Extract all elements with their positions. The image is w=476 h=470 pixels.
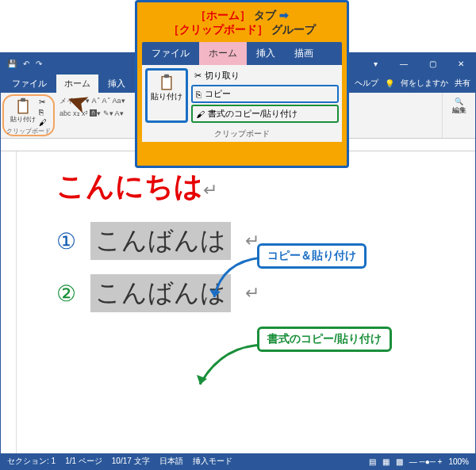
quick-access-toolbar: 💾 ↶ ↷ bbox=[1, 59, 48, 68]
badge-1: ① bbox=[56, 228, 76, 254]
maximize-button[interactable]: ▢ bbox=[418, 59, 447, 68]
svg-rect-5 bbox=[164, 75, 169, 78]
tab-help[interactable]: ヘルプ bbox=[355, 78, 378, 89]
tell-me[interactable]: 何をしますか bbox=[401, 78, 448, 89]
window-controls: ▾ — ▢ ✕ bbox=[361, 59, 475, 68]
paste-label: 貼り付け bbox=[10, 115, 36, 124]
zoom-slider[interactable]: — ─●─ + bbox=[409, 457, 443, 466]
bubble-copy-paste: コピー＆貼り付け bbox=[257, 243, 367, 269]
view-print-icon[interactable]: ▦ bbox=[382, 457, 390, 466]
annotation-callout: ［ホーム］ タブ ➡ ［クリップボード］ グループ ファイル ホーム 挿入 描画… bbox=[135, 0, 349, 168]
paste-button[interactable]: 貼り付け bbox=[10, 97, 36, 124]
status-chars[interactable]: 10/17 文字 bbox=[112, 456, 150, 467]
tab-file[interactable]: ファイル bbox=[4, 75, 55, 93]
minimize-button[interactable]: — bbox=[390, 59, 418, 68]
clipboard-group-highlighted: 貼り付け ✂ ⎘ 🖌 クリップボード bbox=[2, 94, 55, 136]
status-lang[interactable]: 日本語 bbox=[159, 456, 183, 467]
view-web-icon[interactable]: ▩ bbox=[396, 457, 403, 466]
sample-format-painter: 🖌書式のコピー/貼り付け bbox=[191, 105, 339, 123]
tab-insert[interactable]: 挿入 bbox=[100, 75, 133, 93]
sample-cut: ✂切り取り bbox=[191, 68, 339, 83]
save-icon[interactable]: 💾 bbox=[7, 59, 17, 68]
sample-paste-button: 貼り付け bbox=[145, 68, 188, 123]
copy-icon[interactable]: ⎘ bbox=[39, 108, 47, 117]
brush-icon: 🖌 bbox=[196, 109, 205, 119]
edit-group: 🔍 編集 bbox=[442, 93, 475, 138]
statusbar: セクション: 1 1/1 ページ 10/17 文字 日本語 挿入モード ▤ ▦ … bbox=[1, 453, 475, 469]
clipboard-icon bbox=[159, 74, 174, 91]
callout-heading: ［ホーム］ タブ ➡ ［クリップボード］ グループ bbox=[142, 7, 342, 42]
share-button[interactable]: 共有 bbox=[455, 78, 470, 89]
format-painter-icon[interactable]: 🖌 bbox=[39, 118, 47, 127]
edit-label: 編集 bbox=[443, 105, 475, 116]
status-section[interactable]: セクション: 1 bbox=[7, 456, 56, 467]
redo-icon[interactable]: ↷ bbox=[36, 59, 42, 68]
doc-line-1: こんにちは↵ bbox=[56, 167, 436, 206]
return-mark: ↵ bbox=[203, 180, 217, 200]
badge-2: ② bbox=[56, 281, 76, 307]
sample-copy: ⎘コピー bbox=[191, 85, 339, 103]
vertical-ruler[interactable] bbox=[1, 151, 17, 453]
sample-tab-file: ファイル bbox=[142, 42, 199, 65]
sample-tab-insert: 挿入 bbox=[247, 42, 285, 65]
scissors-icon: ✂ bbox=[194, 71, 202, 81]
status-mode[interactable]: 挿入モード bbox=[193, 456, 232, 467]
callout-ribbon-sample: ファイル ホーム 挿入 描画 貼り付け ✂切り取り ⎘コピー 🖌書式のコピー/貼… bbox=[142, 42, 342, 142]
view-readmode-icon[interactable]: ▤ bbox=[369, 457, 376, 466]
find-icon[interactable]: 🔍 bbox=[443, 97, 475, 105]
sample-tab-home: ホーム bbox=[199, 42, 247, 65]
clipboard-icon bbox=[16, 97, 30, 115]
cut-icon[interactable]: ✂ bbox=[39, 97, 47, 106]
svg-rect-2 bbox=[21, 98, 25, 101]
zoom-level[interactable]: 100% bbox=[448, 457, 469, 466]
close-button[interactable]: ✕ bbox=[447, 59, 475, 68]
copy-icon: ⎘ bbox=[196, 90, 202, 99]
bubble-format-painter: 書式のコピー/貼り付け bbox=[257, 327, 392, 352]
ribbon-options-icon[interactable]: ▾ bbox=[361, 59, 390, 68]
lightbulb-icon: 💡 bbox=[385, 79, 394, 88]
svg-rect-4 bbox=[163, 77, 171, 89]
sample-group-label: クリップボード bbox=[142, 126, 342, 142]
undo-icon[interactable]: ↶ bbox=[23, 59, 29, 68]
sample-tab-draw: 描画 bbox=[285, 42, 323, 65]
svg-rect-1 bbox=[19, 101, 27, 113]
status-page[interactable]: 1/1 ページ bbox=[65, 456, 102, 467]
clipboard-group-label: クリップボード bbox=[6, 127, 51, 136]
